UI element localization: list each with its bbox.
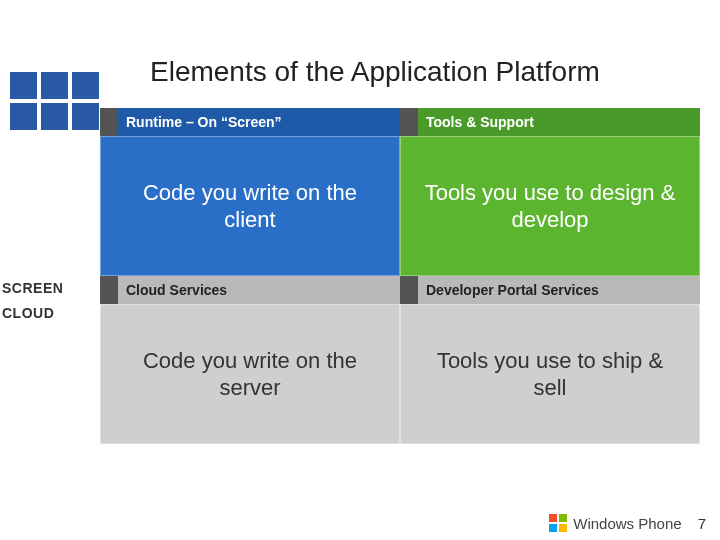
tab-cloud-services: Cloud Services (100, 276, 400, 304)
tab-stub (400, 108, 418, 136)
svg-rect-2 (549, 524, 557, 532)
tab-label-tools: Tools & Support (418, 108, 700, 136)
brand-badge: Windows Phone (549, 514, 681, 532)
tab-developer-portal: Developer Portal Services (400, 276, 700, 304)
svg-rect-0 (549, 514, 557, 522)
tab-tools: Tools & Support (400, 108, 700, 136)
tab-stub (100, 276, 118, 304)
cell-design-tools: Tools you use to design & develop (400, 136, 700, 276)
platform-grid: Runtime – On “Screen” Tools & Support Co… (100, 108, 700, 444)
tab-label-portal: Developer Portal Services (418, 276, 700, 304)
side-label-screen: SCREEN (2, 280, 63, 296)
brand-label: Windows Phone (573, 515, 681, 532)
footer: Windows Phone 7 (549, 514, 706, 532)
tab-runtime: Runtime – On “Screen” (100, 108, 400, 136)
tab-stub (400, 276, 418, 304)
cell-client-code: Code you write on the client (100, 136, 400, 276)
cell-server-code: Code you write on the server (100, 304, 400, 444)
svg-rect-1 (559, 514, 567, 522)
page-number: 7 (698, 515, 706, 532)
cell-ship-tools: Tools you use to ship & sell (400, 304, 700, 444)
svg-rect-3 (559, 524, 567, 532)
tab-label-cloud: Cloud Services (118, 276, 400, 304)
tab-stub (100, 108, 118, 136)
grid-icon (10, 72, 99, 130)
tab-label-runtime: Runtime – On “Screen” (118, 108, 400, 136)
windows-icon (549, 514, 567, 532)
page-title: Elements of the Application Platform (150, 56, 600, 88)
side-label-cloud: CLOUD (2, 305, 54, 321)
